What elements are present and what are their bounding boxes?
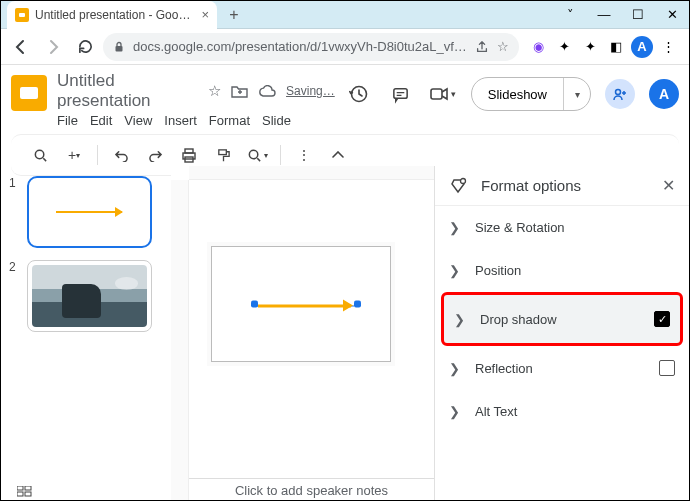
resize-handle-left[interactable]	[251, 301, 258, 308]
collapse-toolbar-icon[interactable]	[327, 144, 349, 166]
slide-thumb-1[interactable]: 1	[9, 176, 163, 248]
option-label: Position	[475, 263, 675, 278]
resize-handle-right[interactable]	[354, 301, 361, 308]
url-bar[interactable]: docs.google.com/presentation/d/1vwxyVh-D…	[103, 33, 519, 61]
svg-point-4	[616, 90, 621, 95]
save-status: Saving…	[286, 84, 335, 98]
arrow-shape[interactable]	[258, 305, 351, 308]
profile-avatar[interactable]: A	[631, 36, 653, 58]
chevron-right-icon: ❯	[454, 312, 466, 327]
share-button[interactable]	[605, 79, 635, 109]
app-header: Untitled presentation ☆ Saving… File Edi…	[1, 65, 689, 128]
share-page-icon[interactable]	[475, 40, 489, 54]
main-area: 1 2 Click to add speaker notes	[1, 166, 689, 500]
bookmark-star-icon[interactable]: ☆	[497, 39, 509, 54]
panel-title: Format options	[481, 177, 650, 194]
search-menus-icon[interactable]	[29, 144, 51, 166]
reflection-checkbox[interactable]	[659, 360, 675, 376]
menubar: File Edit View Insert Format Slide	[57, 113, 335, 128]
thumbnail[interactable]	[27, 260, 152, 332]
svg-rect-14	[25, 486, 31, 490]
ruler-horizontal	[189, 166, 434, 180]
document-title[interactable]: Untitled presentation	[57, 71, 198, 111]
chevron-right-icon: ❯	[449, 220, 461, 235]
slideshow-button[interactable]: Slideshow ▾	[471, 77, 591, 111]
slide-thumb-2[interactable]: 2	[9, 260, 163, 332]
slideshow-dropdown[interactable]: ▾	[564, 78, 590, 110]
ruler-vertical	[171, 180, 189, 500]
url-text: docs.google.com/presentation/d/1vwxyVh-D…	[133, 39, 467, 54]
drop-shadow-checkbox[interactable]: ✓	[654, 311, 670, 327]
option-label: Size & Rotation	[475, 220, 675, 235]
menu-view[interactable]: View	[124, 113, 152, 128]
comments-icon[interactable]	[387, 80, 415, 108]
meet-camera-icon[interactable]: ▾	[429, 80, 457, 108]
history-icon[interactable]	[345, 80, 373, 108]
canvas-area[interactable]: Click to add speaker notes	[171, 166, 434, 500]
panel-header: Format options ✕	[435, 166, 689, 206]
svg-point-10	[249, 150, 257, 158]
menu-slide[interactable]: Slide	[262, 113, 291, 128]
option-label: Drop shadow	[480, 312, 640, 327]
new-slide-icon[interactable]: + ▾	[63, 144, 85, 166]
tab-title: Untitled presentation - Google Slides	[35, 8, 195, 22]
slide-number: 1	[9, 176, 19, 248]
user-avatar[interactable]: A	[649, 79, 679, 109]
extension-square-icon[interactable]: ◧	[605, 36, 627, 58]
format-options-icon	[449, 177, 469, 195]
slide-panel: 1 2	[1, 166, 171, 500]
option-alt-text[interactable]: ❯ Alt Text	[435, 390, 689, 433]
option-position[interactable]: ❯ Position	[435, 249, 689, 292]
close-panel-icon[interactable]: ✕	[662, 176, 675, 195]
undo-icon[interactable]	[110, 144, 132, 166]
svg-rect-13	[17, 486, 23, 490]
option-drop-shadow[interactable]: ❯ Drop shadow ✓	[444, 295, 680, 343]
cloud-status-icon[interactable]	[258, 85, 276, 98]
star-icon[interactable]: ☆	[208, 82, 221, 100]
menu-file[interactable]: File	[57, 113, 78, 128]
slideshow-label[interactable]: Slideshow	[472, 78, 564, 110]
chevron-right-icon: ❯	[449, 361, 461, 376]
menu-format[interactable]: Format	[209, 113, 250, 128]
browser-menu-icon[interactable]: ⋮	[657, 36, 679, 58]
more-tools-icon[interactable]: ⋮	[293, 144, 315, 166]
menu-edit[interactable]: Edit	[90, 113, 112, 128]
arrow-shape-icon	[56, 211, 123, 213]
header-actions: ▾ Slideshow ▾ A	[345, 77, 679, 111]
option-label: Reflection	[475, 361, 645, 376]
speaker-notes[interactable]: Click to add speaker notes	[189, 478, 434, 500]
extension-play-icon[interactable]: ◉	[527, 36, 549, 58]
paint-format-icon[interactable]	[212, 144, 234, 166]
browser-tab[interactable]: Untitled presentation - Google Slides ×	[7, 1, 217, 29]
window-close-icon[interactable]: ✕	[655, 1, 689, 29]
slides-favicon	[15, 8, 29, 22]
new-tab-button[interactable]: +	[225, 6, 243, 24]
back-button[interactable]	[7, 33, 35, 61]
window-minimize-icon[interactable]: —	[587, 1, 621, 29]
browser-tab-strip: Untitled presentation - Google Slides × …	[1, 1, 689, 29]
extension-sparkle-icon[interactable]: ✦	[553, 36, 575, 58]
dropdown-caret-icon[interactable]: ˅	[553, 1, 587, 29]
reload-button[interactable]	[71, 33, 99, 61]
close-tab-icon[interactable]: ×	[201, 7, 209, 22]
chevron-right-icon: ❯	[449, 404, 461, 419]
browser-nav-bar: docs.google.com/presentation/d/1vwxyVh-D…	[1, 29, 689, 65]
option-size-rotation[interactable]: ❯ Size & Rotation	[435, 206, 689, 249]
window-maximize-icon[interactable]: ☐	[621, 1, 655, 29]
svg-rect-2	[394, 88, 407, 98]
thumbnail[interactable]	[27, 176, 152, 248]
forward-button[interactable]	[39, 33, 67, 61]
slide-canvas[interactable]	[211, 246, 391, 362]
print-icon[interactable]	[178, 144, 200, 166]
svg-rect-16	[25, 492, 31, 496]
menu-insert[interactable]: Insert	[164, 113, 197, 128]
grid-view-icon[interactable]	[17, 486, 33, 498]
redo-icon[interactable]	[144, 144, 166, 166]
extensions-puzzle-icon[interactable]: ✦	[579, 36, 601, 58]
move-folder-icon[interactable]	[231, 84, 248, 98]
highlighted-option: ❯ Drop shadow ✓	[441, 292, 683, 346]
option-reflection[interactable]: ❯ Reflection	[435, 346, 689, 390]
option-label: Alt Text	[475, 404, 675, 419]
slides-logo[interactable]	[11, 75, 47, 111]
zoom-icon[interactable]: ▾	[246, 144, 268, 166]
